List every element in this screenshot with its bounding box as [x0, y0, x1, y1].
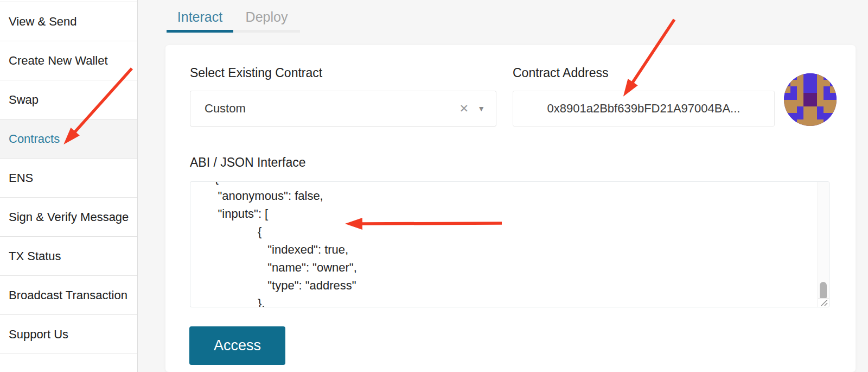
sidebar-item-label: TX Status: [9, 249, 61, 263]
address-identicon: [784, 73, 837, 126]
identicon-cell: [830, 93, 837, 99]
sidebar-item-create-new-wallet[interactable]: Create New Wallet: [0, 41, 137, 80]
sidebar-item-tx-status[interactable]: TX Status: [0, 236, 137, 275]
identicon-cell: [784, 106, 790, 113]
identicon-cell: [784, 73, 790, 80]
sidebar-item-label: Support Us: [9, 327, 68, 342]
identicon-cell: [810, 86, 817, 93]
identicon-cell: [817, 93, 824, 99]
identicon-cell: [817, 86, 824, 93]
identicon-cell: [797, 93, 803, 99]
abi-scrollbar-track[interactable]: [818, 182, 829, 298]
tab-deploy[interactable]: Deploy: [233, 4, 300, 33]
identicon-cell: [817, 113, 824, 119]
identicon-cell: [824, 73, 830, 80]
identicon-cell: [830, 119, 837, 126]
identicon-cell: [830, 100, 837, 106]
identicon-cell: [824, 86, 830, 93]
identicon-cell: [790, 80, 797, 86]
identicon-cell: [784, 113, 790, 119]
identicon-cell: [797, 100, 803, 106]
identicon-cell: [784, 86, 790, 93]
identicon-cell: [817, 80, 824, 86]
sidebar-item-support-us[interactable]: Support Us: [0, 314, 137, 354]
tab-deploy-label: Deploy: [246, 9, 288, 25]
identicon-cell: [824, 80, 830, 86]
identicon-cell: [784, 80, 790, 86]
identicon-cell: [824, 119, 830, 126]
identicon-cell: [784, 100, 790, 106]
sidebar-item-contracts[interactable]: Contracts: [0, 119, 137, 158]
contract-address-label: Contract Address: [513, 66, 608, 80]
interact-panel: Select Existing Contract Custom ✕ ▼ Cont…: [165, 45, 856, 372]
sidebar-item-sign-verify-message[interactable]: Sign & Verify Message: [0, 197, 137, 236]
identicon-cell: [790, 113, 797, 119]
identicon-cell: [817, 119, 824, 126]
identicon-cell: [810, 113, 817, 119]
identicon-cell: [797, 86, 803, 93]
identicon-cell: [803, 100, 810, 106]
identicon-cell: [817, 100, 824, 106]
abi-json-label: ABI / JSON Interface: [190, 155, 305, 170]
tab-interact[interactable]: Interact: [167, 4, 233, 33]
sidebar-item-swap[interactable]: Swap: [0, 80, 137, 119]
contract-tabs: Interact Deploy: [167, 4, 300, 33]
select-contract-label: Select Existing Contract: [190, 66, 322, 80]
sidebar-item-view-send[interactable]: View & Send: [0, 2, 137, 41]
identicon-cell: [803, 113, 810, 119]
identicon-cell: [824, 93, 830, 99]
sidebar-nav: View & Send Create New Wallet Swap Contr…: [0, 0, 138, 372]
identicon-cell: [803, 119, 810, 126]
existing-contract-select[interactable]: Custom ✕ ▼: [190, 91, 496, 127]
identicon-cell: [803, 93, 810, 99]
identicon-cell: [817, 73, 824, 80]
sidebar-item-partial[interactable]: [0, 354, 137, 370]
sidebar-item-label: View & Send: [9, 15, 77, 29]
identicon-cell: [830, 80, 837, 86]
existing-contract-selected-value: Custom: [190, 102, 451, 116]
abi-scrollbar-thumb[interactable]: [820, 282, 827, 300]
sidebar-item-broadcast-transaction[interactable]: Broadcast Transaction: [0, 275, 137, 314]
identicon-cell: [824, 106, 830, 113]
identicon-cell: [803, 73, 810, 80]
abi-json-content: { "anonymous": false, "inputs": [ { "ind…: [201, 181, 357, 307]
resize-grip-icon: [818, 299, 828, 306]
identicon-cell: [790, 73, 797, 80]
identicon-cell: [790, 93, 797, 99]
identicon-cell: [830, 86, 837, 93]
identicon-cell: [784, 119, 790, 126]
contract-address-input[interactable]: [513, 91, 775, 127]
identicon-cell: [790, 106, 797, 113]
sidebar-item-label: Create New Wallet: [9, 54, 108, 68]
identicon-cell: [803, 80, 810, 86]
identicon-cell: [797, 106, 803, 113]
identicon-cell: [824, 100, 830, 106]
identicon-cell: [784, 93, 790, 99]
identicon-cell: [797, 113, 803, 119]
identicon-cell: [810, 100, 817, 106]
sidebar-item-label: Swap: [9, 93, 39, 107]
identicon-cell: [810, 80, 817, 86]
clear-selection-icon[interactable]: ✕: [451, 102, 478, 115]
identicon-cell: [824, 113, 830, 119]
access-button[interactable]: Access: [189, 326, 285, 365]
sidebar-item-ens[interactable]: ENS: [0, 158, 137, 197]
sidebar-item-label: ENS: [9, 171, 33, 185]
abi-json-textarea[interactable]: { "anonymous": false, "inputs": [ { "ind…: [190, 181, 829, 307]
identicon-cell: [790, 119, 797, 126]
identicon-cell: [830, 106, 837, 113]
identicon-cell: [810, 119, 817, 126]
identicon-cell: [810, 93, 817, 99]
identicon-cell: [817, 106, 824, 113]
sidebar-item-label: Contracts: [9, 132, 60, 146]
identicon-cell: [830, 73, 837, 80]
sidebar-item-label: Sign & Verify Message: [9, 210, 129, 224]
identicon-cell: [797, 80, 803, 86]
identicon-cell: [803, 106, 810, 113]
chevron-down-icon[interactable]: ▼: [477, 104, 496, 113]
identicon-cell: [797, 73, 803, 80]
identicon-cell: [830, 113, 837, 119]
identicon-cell: [810, 106, 817, 113]
identicon-cell: [810, 73, 817, 80]
resize-handle[interactable]: [818, 298, 829, 307]
